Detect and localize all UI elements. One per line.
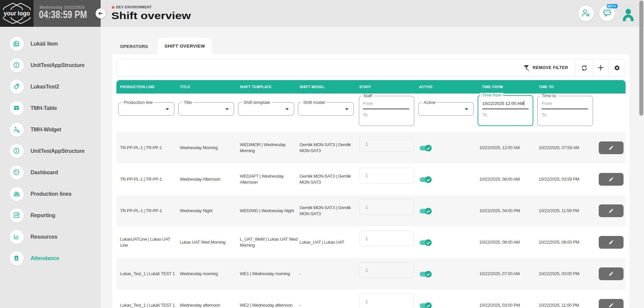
svg-text:your logo: your logo (4, 10, 30, 17)
